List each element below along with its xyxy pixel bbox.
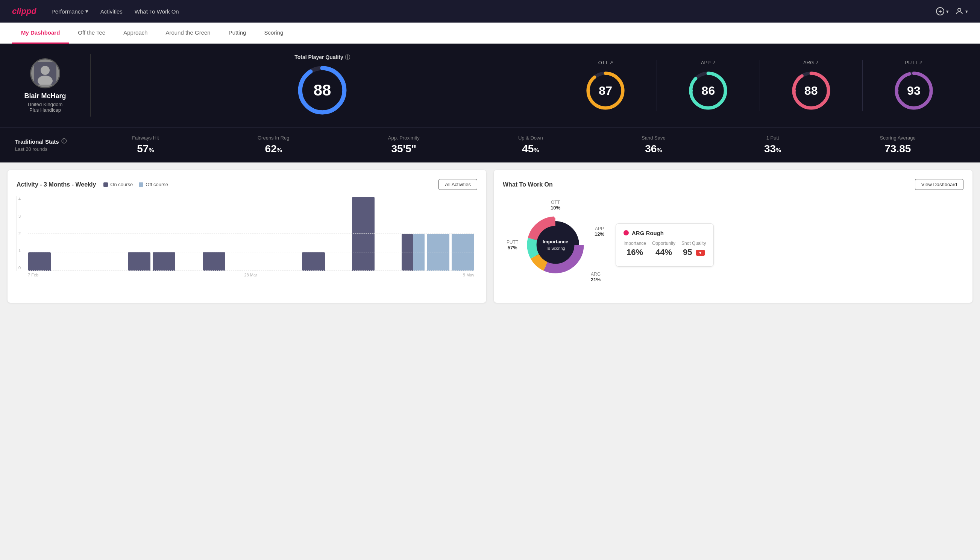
total-quality-label: Total Player Quality ⓘ	[294, 54, 350, 61]
legend-on-course: On course	[103, 182, 133, 187]
bar-group-4	[128, 252, 150, 271]
stat-greens-value: 62%	[265, 143, 282, 155]
info-shot-quality: Shot Quality 95 ▼	[681, 241, 706, 257]
bar-chart: 4 3 2 1 0	[17, 196, 477, 271]
bar-chart-area: 4 3 2 1 0 7 Feb 28 Mar 9 May	[17, 196, 477, 277]
view-dashboard-button[interactable]: View Dashboard	[915, 179, 963, 190]
x-label-feb: 7 Feb	[28, 273, 38, 277]
header-right: ▾ ▾	[936, 7, 968, 16]
player-name: Blair McHarg	[24, 92, 66, 100]
category-scores: OTT ↗ 87 APP ↗	[554, 60, 965, 111]
player-handicap: Plus Handicap	[29, 107, 61, 113]
on-course-dot	[103, 182, 108, 187]
opportunity-label: Opportunity	[652, 241, 676, 246]
tab-approach[interactable]: Approach	[114, 23, 156, 43]
stat-1putt-label: 1 Putt	[766, 135, 779, 141]
user-icon[interactable]: ▾	[955, 7, 968, 16]
info-importance: Importance 16%	[624, 241, 646, 257]
nav-what-to-work-on[interactable]: What To Work On	[135, 8, 179, 15]
header: clippd Performance ▾ Activities What To …	[0, 0, 980, 23]
tab-around-the-green[interactable]: Around the Green	[156, 23, 219, 43]
bottom-panels: Activity - 3 Months - Weekly On course O…	[0, 162, 980, 310]
stat-1putt: 1 Putt 33%	[764, 135, 781, 155]
grid-line-3	[28, 215, 474, 215]
bar-on-0	[28, 252, 51, 271]
wtwon-title: What To Work On	[503, 181, 553, 188]
ott-label-outer: OTT 10%	[551, 200, 560, 211]
total-score-block: Total Player Quality ⓘ 88	[106, 54, 539, 117]
svg-point-3	[958, 8, 961, 11]
shot-quality-label: Shot Quality	[681, 241, 706, 246]
x-axis: 7 Feb 28 Mar 9 May	[17, 271, 477, 277]
svg-text:To Scoring: To Scoring	[546, 246, 565, 250]
header-left: clippd Performance ▾ Activities What To …	[12, 7, 179, 16]
stats-label-block: Traditional Stats ⓘ Last 20 rounds	[15, 138, 83, 152]
stat-scoring-avg-label: Scoring Average	[880, 135, 916, 141]
ott-score-value: 87	[599, 83, 612, 97]
tab-off-the-tee[interactable]: Off the Tee	[69, 23, 114, 43]
stat-sand-save-label: Sand Save	[642, 135, 666, 141]
arg-score-block: ARG ↗ 88	[760, 60, 863, 111]
grid-line-2	[28, 233, 474, 233]
bar-group-5	[153, 252, 175, 271]
putt-circle: 93	[893, 70, 935, 111]
stat-greens-label: Greens In Reg	[258, 135, 290, 141]
arg-info-card: ARG Rough Importance 16% Opportunity 44%…	[616, 223, 714, 267]
donut-section: OTT 10% APP 12% ARG 21% PUTT 57%	[503, 196, 963, 294]
ott-score-block: OTT ↗ 87	[554, 60, 657, 111]
activity-legend: On course Off course	[103, 182, 168, 187]
bar-group-16	[427, 234, 449, 271]
bar-on-5	[153, 252, 175, 271]
bar-group-1	[53, 270, 76, 271]
app-label: APP ↗	[701, 60, 715, 65]
shot-quality-badge: ▼	[696, 250, 705, 256]
stat-up-down-label: Up & Down	[518, 135, 543, 141]
player-country: United Kingdom	[28, 102, 63, 107]
bar-off-16	[427, 234, 449, 271]
stat-app-prox-value: 35'5"	[391, 143, 416, 155]
stat-up-down-value: 45%	[522, 143, 539, 155]
avatar	[30, 58, 60, 88]
stat-greens-in-reg: Greens In Reg 62%	[258, 135, 290, 155]
bar-group-14	[377, 270, 399, 271]
y-label-4: 4	[18, 197, 26, 201]
tab-my-dashboard[interactable]: My Dashboard	[12, 23, 69, 43]
bar-group-15	[402, 234, 424, 271]
arg-trend-icon: ↗	[815, 60, 819, 65]
stat-fairways-hit-value: 57%	[137, 143, 154, 155]
bar-group-7	[203, 252, 225, 271]
logo[interactable]: clippd	[12, 7, 37, 16]
opportunity-value: 44%	[656, 247, 672, 257]
help-icon[interactable]: ⓘ	[345, 54, 350, 60]
tab-scoring[interactable]: Scoring	[255, 23, 292, 43]
app-trend-icon: ↗	[712, 60, 715, 65]
bar-on-15	[402, 234, 413, 271]
stat-sand-save-value: 36%	[645, 143, 662, 155]
stat-app-prox-label: App. Proximity	[388, 135, 420, 141]
bar-on-11	[302, 252, 324, 271]
bar-off-17	[452, 234, 474, 271]
stat-app-proximity: App. Proximity 35'5"	[388, 135, 420, 155]
stats-title: Traditional Stats ⓘ	[15, 138, 83, 145]
plus-circle-icon[interactable]: ▾	[936, 7, 949, 16]
stats-help-icon[interactable]: ⓘ	[61, 138, 67, 145]
tab-putting[interactable]: Putting	[220, 23, 255, 43]
bar-on-7	[203, 252, 225, 271]
traditional-stats-section: Traditional Stats ⓘ Last 20 rounds Fairw…	[0, 127, 980, 162]
tabs-bar: My Dashboard Off the Tee Approach Around…	[0, 23, 980, 43]
activity-chart-title: Activity - 3 Months - Weekly	[17, 181, 96, 188]
stat-scoring-avg-value: 73.85	[885, 143, 911, 155]
bar-group-17	[452, 234, 474, 271]
all-activities-button[interactable]: All Activities	[438, 179, 477, 190]
svg-point-29	[554, 215, 557, 218]
stat-1putt-value: 33%	[764, 143, 781, 155]
nav-performance[interactable]: Performance ▾	[52, 8, 88, 15]
putt-label: PUTT ↗	[905, 60, 922, 65]
nav-activities[interactable]: Activities	[100, 8, 123, 15]
arg-label: ARG ↗	[803, 60, 819, 65]
putt-trend-icon: ↗	[919, 60, 922, 65]
y-axis: 4 3 2 1 0	[17, 196, 27, 271]
arg-circle: 88	[790, 70, 832, 111]
bar-group-2	[78, 270, 100, 271]
stat-fairways-hit-label: Fairways Hit	[132, 135, 159, 141]
